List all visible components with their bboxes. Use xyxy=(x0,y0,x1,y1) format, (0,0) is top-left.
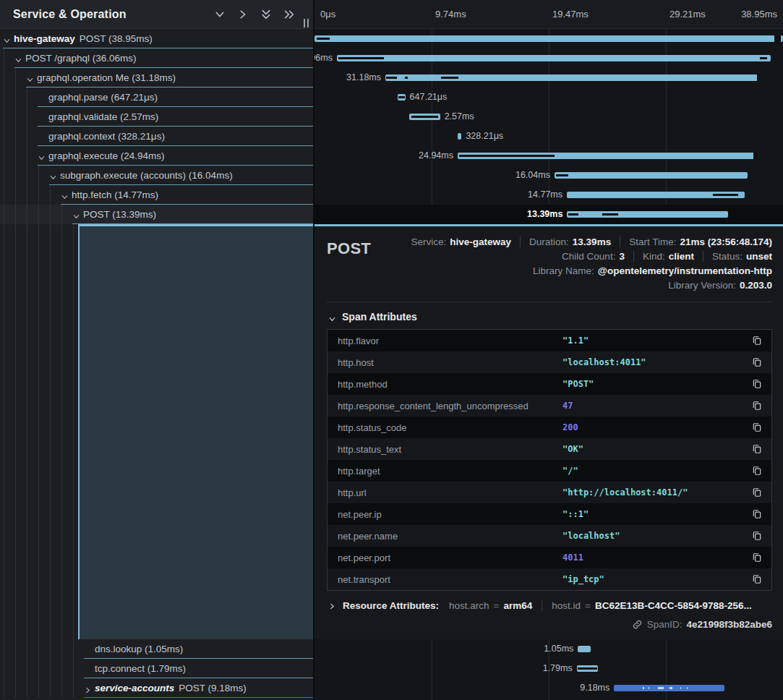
indent-guide xyxy=(4,107,4,127)
attribute-value: "localhost" xyxy=(562,531,743,541)
span-tree-row[interactable]: graphql.execute (24.94ms) xyxy=(0,146,313,166)
copy-icon[interactable] xyxy=(743,552,771,563)
span-bar[interactable] xyxy=(458,133,461,140)
span-detail-panel: POST Service:hive-gateway Duration:13.39… xyxy=(315,224,783,639)
timeline-row[interactable]: 16.04ms xyxy=(315,166,783,185)
chevron-down-icon[interactable] xyxy=(26,74,34,82)
span-attributes-toggle[interactable]: Span Attributes xyxy=(328,311,772,323)
indent-guide xyxy=(15,659,16,678)
copy-icon[interactable] xyxy=(743,357,771,367)
span-tree-row[interactable]: service-accountsPOST (9.18ms) xyxy=(0,678,313,698)
span-bar[interactable] xyxy=(409,114,440,120)
indent-guide xyxy=(4,678,4,698)
span-bar[interactable] xyxy=(337,55,771,61)
status-label: Status: xyxy=(712,251,743,262)
attribute-value: "POST" xyxy=(562,379,743,389)
attribute-value: "http://localhost:4011/" xyxy=(562,487,743,498)
span-title: POST xyxy=(327,236,371,258)
copy-icon[interactable] xyxy=(743,401,771,411)
timeline-row[interactable]: 13.39ms xyxy=(315,205,783,224)
operation-name: subgraph.execute (accounts) (16.04ms) xyxy=(60,170,233,181)
timeline-row[interactable]: 14.77ms xyxy=(315,185,783,205)
span-bar[interactable] xyxy=(385,74,761,81)
span-tree-row[interactable]: hive-gatewayPOST (38.95ms) xyxy=(0,29,313,48)
timeline-row[interactable]: 31.18ms xyxy=(315,68,783,88)
span-name: hive-gatewayPOST (38.95ms) xyxy=(14,29,153,48)
span-tree-row[interactable]: subgraph.execute (accounts) (16.04ms) xyxy=(0,166,313,185)
span-bar[interactable] xyxy=(458,153,758,159)
span-bar[interactable] xyxy=(315,35,783,42)
timeline-row[interactable]: 1.79ms xyxy=(315,659,783,678)
copy-icon[interactable] xyxy=(743,336,771,346)
expand-one-icon[interactable] xyxy=(236,8,249,21)
copy-icon[interactable] xyxy=(743,422,771,432)
link-icon[interactable] xyxy=(632,619,643,630)
child-span-mark xyxy=(713,194,739,196)
copy-icon[interactable] xyxy=(743,531,771,541)
attribute-key: http.flavor xyxy=(328,336,562,346)
copy-icon[interactable] xyxy=(743,444,771,454)
copy-icon[interactable] xyxy=(743,466,771,476)
span-bar[interactable] xyxy=(578,646,590,652)
indent-guide xyxy=(4,88,4,107)
span-tree-row[interactable]: graphql.parse (647.21μs) xyxy=(0,88,313,107)
timeline-row[interactable]: 38.95ms xyxy=(315,29,783,48)
span-tree-row[interactable]: tcp.connect (1.79ms) xyxy=(0,659,313,678)
indent-guide xyxy=(61,678,62,698)
copy-icon[interactable] xyxy=(743,509,771,519)
indent-guide xyxy=(4,639,4,659)
copy-icon[interactable] xyxy=(743,574,771,584)
panel-resize-handle[interactable] xyxy=(304,19,309,27)
span-tree-row[interactable]: graphql.operation Me (31.18ms) xyxy=(0,68,313,88)
collapse-one-icon[interactable] xyxy=(213,8,226,21)
span-bar[interactable] xyxy=(398,94,406,101)
chevron-right-icon[interactable] xyxy=(84,684,92,692)
timeline-row[interactable]: 328.21μs xyxy=(315,127,783,146)
span-bar[interactable] xyxy=(614,685,724,691)
span-tree-row[interactable]: http.fetch (14.77ms) xyxy=(0,185,313,205)
child-span-mark xyxy=(643,687,644,689)
span-bar[interactable] xyxy=(577,665,599,672)
resource-attributes-title[interactable]: Resource Attributes: xyxy=(343,600,439,611)
span-tree-row[interactable]: POST /graphql (36.06ms) xyxy=(0,48,313,68)
indent-guide xyxy=(61,205,62,224)
chevron-down-icon[interactable] xyxy=(3,35,11,43)
child-span-mark xyxy=(753,153,758,159)
chevron-down-icon[interactable] xyxy=(38,152,46,160)
child-span-mark xyxy=(556,174,568,176)
chevron-right-icon[interactable] xyxy=(328,602,336,610)
timeline-row[interactable]: 647.21μs xyxy=(315,88,783,107)
span-tree-row[interactable]: graphql.validate (2.57ms) xyxy=(0,107,313,127)
chevron-down-icon[interactable] xyxy=(14,54,22,62)
timeline-row[interactable]: 9.18ms xyxy=(315,678,783,698)
span-id-label: SpanID: xyxy=(647,619,683,630)
child-span-mark xyxy=(398,96,405,98)
resource-attribute-value: arm64 xyxy=(503,600,532,611)
chevron-down-icon[interactable] xyxy=(61,191,69,199)
attribute-key: http.status_code xyxy=(328,422,562,433)
selected-span-detail-spacer xyxy=(78,224,313,639)
divider xyxy=(327,302,772,302)
attribute-value: 47 xyxy=(562,401,743,411)
span-tree-row[interactable]: dns.lookup (1.05ms) xyxy=(0,639,313,659)
span-bar[interactable] xyxy=(555,172,748,179)
span-bar[interactable] xyxy=(567,211,728,218)
indent-guide xyxy=(38,639,39,659)
collapse-all-icon[interactable] xyxy=(260,8,273,21)
span-bar[interactable] xyxy=(567,192,745,198)
span-tree-row[interactable]: POST (13.39ms) xyxy=(0,205,313,224)
indent-guide xyxy=(15,146,16,166)
chevron-down-icon[interactable] xyxy=(49,171,57,179)
attribute-row: http.status_text"OK" xyxy=(328,438,771,460)
expand-all-icon[interactable] xyxy=(283,8,296,21)
timeline-row[interactable]: 1.05ms xyxy=(315,639,783,659)
child-span-mark xyxy=(405,77,408,79)
timeline-row[interactable]: 24.94ms xyxy=(315,146,783,166)
copy-icon[interactable] xyxy=(743,487,771,498)
span-tree-row[interactable]: graphql.context (328.21μs) xyxy=(0,127,313,146)
timeline-row[interactable]: 36.06ms xyxy=(315,48,783,68)
copy-icon[interactable] xyxy=(743,379,771,389)
timeline-row[interactable]: 2.57ms xyxy=(315,107,783,127)
duration-label: 31.18ms xyxy=(346,72,381,82)
chevron-down-icon[interactable] xyxy=(72,210,80,218)
